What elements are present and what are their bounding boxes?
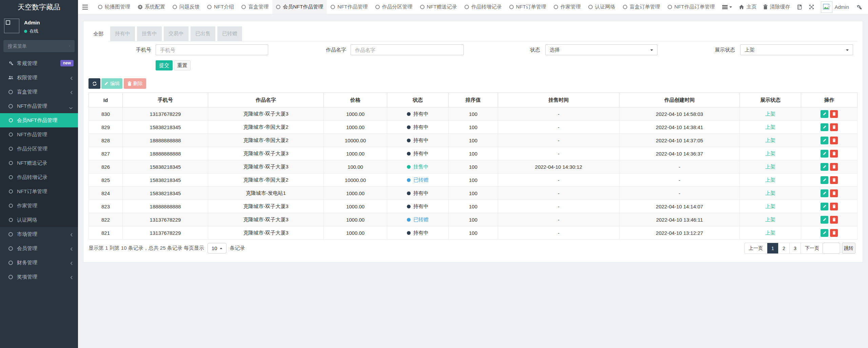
shelf-status-link[interactable]: 上架	[765, 111, 775, 117]
row-edit-button[interactable]	[821, 203, 828, 210]
settings-button[interactable]	[852, 0, 865, 14]
nav-item-问题反馈[interactable]: 问题反馈	[169, 0, 203, 14]
sidebar-item-作家管理[interactable]: 作家管理	[0, 199, 78, 213]
jump-page-input[interactable]	[823, 243, 840, 254]
reset-button[interactable]: 重置	[174, 60, 191, 70]
row-delete-button[interactable]	[830, 137, 838, 144]
sidebar-item-盲盒管理[interactable]: 盲盒管理	[0, 85, 78, 99]
sidebar-item-会员NFT作品管理[interactable]: 会员NFT作品管理	[0, 113, 78, 127]
home-button[interactable]: 主页	[735, 0, 760, 14]
edit-button[interactable]: 编辑	[101, 78, 122, 89]
nav-item-认证网络[interactable]: 认证网络	[585, 0, 619, 14]
fullscreen-button[interactable]	[806, 0, 817, 14]
chevron-left-icon	[70, 232, 73, 238]
row-delete-button[interactable]	[830, 163, 838, 171]
nav-item-NFT介绍[interactable]: NFT介绍	[203, 0, 238, 14]
nav-item-作家管理[interactable]: 作家管理	[550, 0, 585, 14]
page-button-3[interactable]: 3	[789, 243, 801, 253]
nav-item-NFT作品管理[interactable]: NFT作品管理	[327, 0, 371, 14]
row-edit-button[interactable]	[821, 137, 828, 144]
shelf-status-link[interactable]: 上架	[765, 164, 775, 169]
jump-button[interactable]: 跳转	[842, 243, 855, 254]
shelf-status-link[interactable]: 上架	[765, 203, 775, 209]
page-button-2[interactable]: 2	[778, 243, 789, 253]
row-edit-button[interactable]	[821, 216, 828, 224]
page-size-select[interactable]: 10	[208, 243, 226, 253]
submit-button[interactable]: 提交	[156, 60, 173, 70]
table-row: 82113137678229克隆城市-双子大厦31000.00持有中100-20…	[89, 226, 857, 240]
tab-持有中[interactable]: 持有中	[110, 26, 135, 41]
sidebar-item-市场管理[interactable]: 市场管理	[0, 227, 78, 241]
cell-create-time: 2022-04-10 14:37:05	[619, 134, 740, 147]
sidebar-item-NFT作品管理[interactable]: NFT作品管理	[0, 99, 78, 113]
row-edit-button[interactable]	[821, 229, 828, 237]
row-delete-button[interactable]	[830, 203, 838, 210]
row-edit-button[interactable]	[821, 163, 828, 171]
shelf-select[interactable]: 上架	[740, 44, 853, 55]
shelf-status-link[interactable]: 上架	[765, 150, 775, 156]
user-menu[interactable]: Admin	[817, 0, 852, 14]
row-delete-button[interactable]	[830, 216, 838, 224]
nav-item-盲盒订单管理[interactable]: 盲盒订单管理	[619, 0, 664, 14]
row-edit-button[interactable]	[821, 123, 828, 131]
delete-button[interactable]: 删除	[124, 78, 146, 89]
shelf-status-link[interactable]: 上架	[765, 190, 775, 196]
row-edit-button[interactable]	[821, 176, 828, 184]
hamburger-icon[interactable]	[79, 0, 92, 14]
sidebar-search[interactable]	[3, 40, 75, 52]
page-prev-button[interactable]: 上一页	[745, 243, 767, 253]
row-delete-button[interactable]	[830, 150, 838, 158]
status-select[interactable]: 选择	[545, 44, 657, 55]
sidebar-item-NFT赠送记录[interactable]: NFT赠送记录	[0, 156, 78, 170]
sidebar-item-会员管理[interactable]: 会员管理	[0, 241, 78, 255]
sidebar-item-常规管理[interactable]: 常规管理new	[0, 56, 78, 70]
nav-item-轮播图管理[interactable]: 轮播图管理	[94, 0, 134, 14]
shelf-status-link[interactable]: 上架	[765, 124, 775, 130]
row-delete-button[interactable]	[830, 229, 838, 237]
cell-price: 1000.00	[324, 147, 387, 160]
row-edit-button[interactable]	[821, 189, 828, 197]
shelf-status-link[interactable]: 上架	[765, 230, 775, 236]
sidebar-item-作品转增记录[interactable]: 作品转增记录	[0, 170, 78, 184]
sidebar-item-认证网络[interactable]: 认证网络	[0, 213, 78, 227]
row-delete-button[interactable]	[830, 189, 838, 197]
tab-交易中[interactable]: 交易中	[164, 26, 189, 41]
row-edit-button[interactable]	[821, 110, 828, 118]
row-delete-button[interactable]	[830, 123, 838, 131]
nav-item-会员NFT作品管理[interactable]: 会员NFT作品管理	[272, 0, 327, 14]
tab-挂售中[interactable]: 挂售中	[137, 26, 162, 41]
nav-item-作品转增记录[interactable]: 作品转增记录	[461, 0, 506, 14]
tab-已转赠[interactable]: 已转赠	[217, 26, 242, 41]
tab-已出售[interactable]: 已出售	[191, 26, 215, 41]
row-delete-button[interactable]	[830, 176, 838, 184]
row-delete-button[interactable]	[830, 110, 838, 118]
nav-item-NFT作品订单管理[interactable]: NFT作品订单管理	[664, 0, 718, 14]
nav-item-系统配置[interactable]: 系统配置	[134, 0, 169, 14]
sidebar-item-奖项管理[interactable]: 奖项管理	[0, 270, 78, 284]
sidebar-item-NFT订单管理[interactable]: NFT订单管理	[0, 184, 78, 199]
sidebar-item-NFT作品管理[interactable]: NFT作品管理	[0, 127, 78, 142]
sidebar-item-作品分区管理[interactable]: 作品分区管理	[0, 142, 78, 156]
cell-shelf: 上架	[740, 121, 801, 134]
sidebar-search-input[interactable]	[8, 43, 69, 49]
page-next-button[interactable]: 下一页	[801, 243, 823, 253]
shelf-status-link[interactable]: 上架	[765, 217, 775, 222]
shelf-status-link[interactable]: 上架	[765, 177, 775, 183]
phone-input[interactable]	[156, 44, 268, 55]
name-input[interactable]	[351, 44, 464, 55]
docs-button[interactable]	[793, 0, 806, 14]
nav-item-NFT订单管理[interactable]: NFT订单管理	[506, 0, 550, 14]
tab-全部[interactable]: 全部	[88, 26, 108, 42]
nav-item-盲盒管理[interactable]: 盲盒管理	[238, 0, 272, 14]
shelf-status-link[interactable]: 上架	[765, 137, 775, 143]
row-edit-button[interactable]	[821, 150, 828, 158]
sidebar-item-label: 作品转增记录	[17, 174, 47, 181]
sidebar-item-财务管理[interactable]: 财务管理	[0, 255, 78, 270]
nav-item-作品分区管理[interactable]: 作品分区管理	[372, 0, 416, 14]
clear-cache-button[interactable]: 清除缓存	[760, 0, 793, 14]
list-menu-button[interactable]	[719, 0, 735, 14]
nav-item-NFT赠送记录[interactable]: NFT赠送记录	[416, 0, 461, 14]
page-button-1[interactable]: 1	[767, 243, 778, 253]
refresh-button[interactable]	[88, 78, 100, 89]
sidebar-item-权限管理[interactable]: 权限管理	[0, 70, 78, 85]
